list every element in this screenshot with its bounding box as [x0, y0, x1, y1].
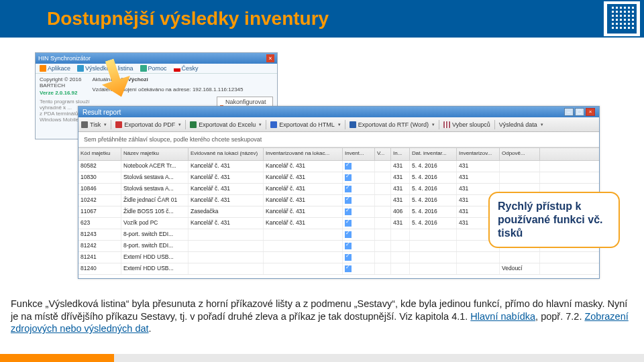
column-header[interactable]: V... — [375, 148, 391, 160]
table-cell: Kancelář č. 431 — [264, 172, 343, 183]
table-cell — [375, 161, 391, 172]
slide-title: Dostupnější výsledky inventury — [0, 8, 329, 29]
check-icon — [345, 197, 352, 204]
table-row[interactable]: 81240Externí HDD USB...Vedoucí — [78, 263, 599, 275]
table-cell — [343, 218, 375, 229]
tab-lang[interactable]: Česky — [174, 65, 199, 72]
close-icon[interactable]: × — [586, 108, 595, 116]
result-data-button[interactable]: Výsledná data — [499, 121, 543, 128]
table-cell: Kancelář č. 431 — [264, 184, 343, 194]
report-toolbar: Tisk Exportovat do PDF Exportovat do Exc… — [78, 117, 599, 132]
table-cell: 431 — [391, 218, 410, 229]
report-titlebar[interactable]: Result report – ▢ × — [78, 107, 599, 117]
column-header[interactable]: Odpově... — [500, 148, 540, 160]
table-cell: 431 — [391, 195, 410, 206]
column-header[interactable]: Evidované na lokaci (název) — [189, 148, 264, 160]
column-header[interactable]: Inventarizované na lokac... — [264, 148, 343, 160]
table-cell — [264, 252, 343, 263]
columns-button[interactable]: Vyber sloupců — [443, 121, 490, 128]
link-main-menu[interactable]: Hlavní nabídka — [470, 311, 535, 322]
export-html-button[interactable]: Exportovat do HTML — [270, 121, 341, 128]
table-row[interactable]: 10830Stolová sestava A...Kancelář č. 431… — [78, 172, 599, 184]
check-icon — [345, 186, 352, 192]
sync-tabs: Aplikace Výsledková listina Pomoc Česky — [36, 64, 277, 74]
table-cell — [375, 172, 391, 183]
table-row[interactable]: 81241Externí HDD USB... — [78, 252, 599, 263]
table-cell: Židle BOSS 105 č... — [121, 206, 189, 217]
maximize-icon[interactable]: ▢ — [575, 108, 584, 116]
table-cell — [391, 263, 410, 274]
qr-code-icon — [604, 1, 640, 36]
table-cell — [343, 241, 375, 251]
column-header[interactable]: Dat. inventar... — [410, 148, 457, 160]
table-cell: 5. 4. 2016 — [410, 172, 457, 183]
table-cell: 5. 4. 2016 — [410, 195, 457, 206]
table-cell — [375, 241, 391, 251]
export-rtf-button[interactable]: Exportovat do RTF (Word) — [350, 121, 435, 128]
table-cell: Kancelář č. 431 — [264, 206, 343, 217]
table-cell: Kancelář č. 431 — [264, 195, 343, 206]
check-icon — [345, 243, 352, 249]
table-cell: 431 — [391, 172, 410, 183]
table-cell: Kancelář č. 431 — [189, 195, 264, 206]
tab-app[interactable]: Aplikace — [40, 65, 70, 72]
table-cell: Kancelář č. 431 — [189, 172, 264, 183]
grid-header[interactable]: Kód majetkuNázev majetkuEvidované na lok… — [78, 147, 599, 161]
tab-results[interactable]: Výsledková listina — [77, 65, 133, 72]
table-cell — [410, 252, 457, 263]
table-cell: 431 — [457, 161, 500, 172]
check-icon — [345, 265, 352, 272]
column-header[interactable]: Kód majetku — [78, 148, 121, 160]
table-cell — [189, 252, 264, 263]
table-cell: 10242 — [78, 195, 121, 206]
table-cell: 10846 — [78, 184, 121, 194]
export-excel-button[interactable]: Exportovat do Excelu — [190, 121, 262, 128]
table-cell — [264, 241, 343, 251]
table-row[interactable]: 80582Notebook ACER Tr...Kancelář č. 431K… — [78, 161, 599, 172]
profile-value: Výchozí — [127, 76, 148, 82]
check-icon — [345, 174, 352, 181]
table-cell — [343, 195, 375, 206]
table-cell — [375, 206, 391, 217]
table-cell — [264, 263, 343, 274]
column-header[interactable]: Inventarizov... — [457, 148, 500, 160]
table-cell — [189, 263, 264, 274]
table-cell — [500, 172, 540, 183]
table-cell: 431 — [391, 161, 410, 172]
table-cell: 10830 — [78, 172, 121, 183]
table-cell — [343, 161, 375, 172]
report-title: Result report — [83, 109, 121, 116]
table-cell: Notebook ACER Tr... — [121, 161, 189, 172]
sync-titlebar[interactable]: HIN Synchronizátor × — [36, 53, 277, 64]
table-cell — [375, 218, 391, 229]
slide-header-bar: Dostupnější výsledky inventury — [0, 0, 644, 38]
table-cell: Stolová sestava A... — [121, 184, 189, 194]
description-paragraph: Funkce „Výsledková listina“ byla přesunu… — [11, 298, 633, 335]
export-pdf-button[interactable]: Exportovat do PDF — [115, 121, 181, 128]
callout-bubble: Rychlý přístup k používané funkci vč. ti… — [488, 192, 620, 248]
table-cell: 8-port. switch EDI... — [121, 241, 189, 251]
check-icon — [345, 231, 352, 238]
table-cell — [457, 263, 500, 274]
table-cell: Vozík pod PC — [121, 218, 189, 229]
table-cell: 623 — [78, 218, 121, 229]
table-cell: Kancelář č. 431 — [189, 161, 264, 172]
minimize-icon[interactable]: – — [564, 108, 574, 116]
column-header[interactable]: Název majetku — [121, 148, 189, 160]
table-cell: 8-port. switch EDI... — [121, 229, 189, 240]
table-cell: Židle jednací ČAR 01 — [121, 195, 189, 206]
table-cell: 431 — [391, 184, 410, 194]
column-header[interactable]: In... — [391, 148, 410, 160]
print-button[interactable]: Tisk — [81, 121, 107, 128]
tab-help[interactable]: Pomoc — [140, 65, 167, 72]
table-cell: 5. 4. 2016 — [410, 218, 457, 229]
table-cell: 5. 4. 2016 — [410, 206, 457, 217]
table-cell: Kancelář č. 431 — [264, 161, 343, 172]
table-cell: 81242 — [78, 241, 121, 251]
accent-bar — [0, 354, 114, 362]
close-icon[interactable]: × — [266, 54, 274, 62]
table-cell — [391, 241, 410, 251]
column-header[interactable]: Invent... — [343, 148, 375, 160]
group-by-hint[interactable]: Sem přetáhněte záhlaví sloupce, podle kt… — [78, 132, 599, 147]
table-cell — [189, 229, 264, 240]
